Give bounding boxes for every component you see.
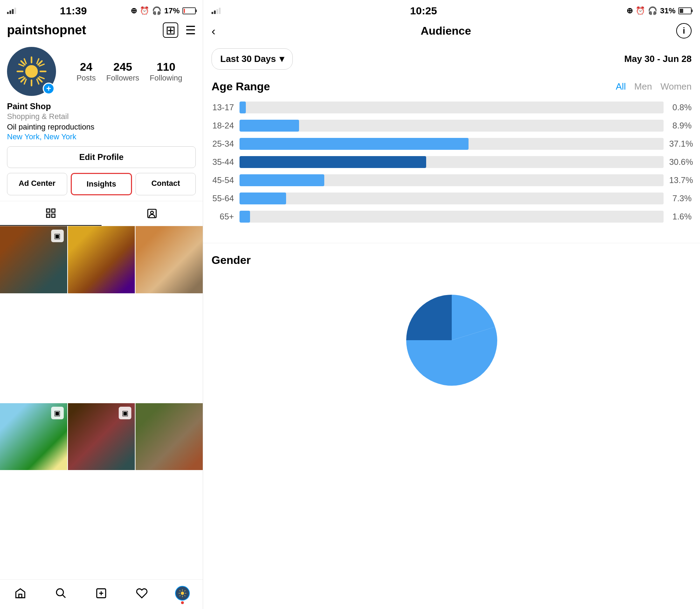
right-panel: 10:25 ⊕ ⏰ 🎧 31% ‹ Audience i Last 30 Day… xyxy=(203,0,700,609)
svg-line-9 xyxy=(24,59,26,64)
section-divider xyxy=(203,243,700,243)
svg-line-8 xyxy=(21,78,25,82)
left-panel: 11:39 ⊕ ⏰ 🎧 17% paintshopnet ⊞ ☰ xyxy=(0,0,203,609)
tagged-tab-button[interactable] xyxy=(102,201,203,226)
photo-cell-2[interactable] xyxy=(68,226,135,293)
following-label: Following xyxy=(150,74,182,82)
gender-tab-women[interactable]: Women xyxy=(660,81,692,92)
home-icon xyxy=(14,587,26,599)
reel-icon-5: ▣ xyxy=(119,407,131,419)
svg-line-37 xyxy=(180,595,181,596)
age-label-1: 18-24 xyxy=(212,121,240,131)
profile-sun-icon xyxy=(178,589,187,598)
bar-fill-5 xyxy=(240,192,286,204)
bar-track-0 xyxy=(240,102,664,113)
likes-nav-button[interactable] xyxy=(122,586,162,601)
svg-rect-19 xyxy=(47,214,50,217)
age-label-6: 65+ xyxy=(212,212,240,222)
profile-nav-button[interactable] xyxy=(162,586,203,601)
ad-center-button[interactable]: Ad Center xyxy=(7,173,67,195)
bar-fill-0 xyxy=(240,102,246,113)
bar-fill-2 xyxy=(240,138,469,150)
gender-tab-all[interactable]: All xyxy=(616,81,626,92)
search-icon xyxy=(55,587,67,599)
plus-square-icon: ⊞ xyxy=(166,23,175,37)
create-nav-button[interactable] xyxy=(81,586,122,601)
stat-followers[interactable]: 245 Followers xyxy=(106,61,139,83)
gender-tab-men[interactable]: Men xyxy=(634,81,652,92)
bar-fill-1 xyxy=(240,120,299,132)
add-photo-badge[interactable]: + xyxy=(43,83,55,94)
bar-pct-2: 37.1% xyxy=(664,139,692,149)
profile-nav-avatar xyxy=(175,586,190,601)
photo-cell-5[interactable]: ▣ xyxy=(68,403,135,470)
header-icons: ⊞ ☰ xyxy=(163,22,196,38)
bar-track-4 xyxy=(240,174,664,186)
battery-icon-left xyxy=(182,7,196,14)
menu-button[interactable]: ☰ xyxy=(185,23,196,37)
bar-pct-0: 0.8% xyxy=(664,103,692,112)
age-bar-row-25-34: 25-34 37.1% xyxy=(212,138,692,150)
followers-count: 245 xyxy=(106,61,139,74)
headphones-icon: 🎧 xyxy=(152,6,161,15)
heart-icon xyxy=(136,587,148,599)
back-button[interactable]: ‹ xyxy=(212,24,215,38)
filter-row: Last 30 Days ▾ May 30 - Jun 28 xyxy=(203,44,700,77)
photo-cell-3[interactable] xyxy=(136,226,203,293)
info-button[interactable]: i xyxy=(676,23,692,38)
new-post-button[interactable]: ⊞ xyxy=(163,22,178,38)
edit-profile-button[interactable]: Edit Profile xyxy=(7,146,196,168)
photo-grid: ▣ ▣ ▣ xyxy=(0,226,203,579)
search-nav-button[interactable] xyxy=(41,586,81,601)
svg-line-11 xyxy=(19,64,24,66)
svg-rect-17 xyxy=(47,209,50,212)
grid-tab-button[interactable] xyxy=(0,201,102,226)
profile-category: Shopping & Retail xyxy=(7,112,196,121)
photo-cell-6[interactable] xyxy=(136,403,203,470)
reel-icon-4: ▣ xyxy=(51,407,64,419)
bar-track-1 xyxy=(240,120,664,132)
stat-following[interactable]: 110 Following xyxy=(150,61,182,83)
age-bar-row-65plus: 65+ 1.6% xyxy=(212,211,692,223)
gender-tabs: All Men Women xyxy=(616,81,692,92)
bottom-nav xyxy=(0,579,203,609)
age-bar-row-45-54: 45-54 13.7% xyxy=(212,174,692,186)
plus-square-nav-icon xyxy=(95,587,107,599)
stat-posts[interactable]: 24 Posts xyxy=(76,61,96,83)
age-label-3: 35-44 xyxy=(212,157,240,167)
profile-info: Paint Shop Shopping & Retail Oil paintin… xyxy=(0,102,203,146)
svg-line-16 xyxy=(37,79,39,84)
svg-point-24 xyxy=(56,589,63,596)
home-nav-button[interactable] xyxy=(0,586,41,601)
insights-button[interactable]: Insights xyxy=(71,173,132,195)
period-selector-button[interactable]: Last 30 Days ▾ xyxy=(212,48,293,70)
photo-cell-1[interactable]: ▣ xyxy=(0,226,67,293)
signal-icon-right xyxy=(212,8,221,14)
age-bar-row-55-64: 55-64 7.3% xyxy=(212,192,692,204)
bar-pct-6: 1.6% xyxy=(664,212,692,222)
alarm-icon-right: ⏰ xyxy=(636,6,645,15)
posts-count: 24 xyxy=(76,61,96,74)
posts-label: Posts xyxy=(76,74,96,82)
profile-location[interactable]: New York, New York xyxy=(7,132,196,141)
time-right: 10:25 xyxy=(410,5,437,17)
bar-fill-3 xyxy=(240,156,426,168)
battery-icon-right xyxy=(678,7,692,14)
age-bars-container: 13-17 0.8% 18-24 8.9% 25-34 37.1% 35-44 … xyxy=(212,102,692,223)
bar-fill-4 xyxy=(240,174,324,186)
gender-section: Gender xyxy=(203,254,700,403)
location-icon-right: ⊕ xyxy=(626,6,633,15)
headphones-icon-right: 🎧 xyxy=(648,6,657,15)
contact-button[interactable]: Contact xyxy=(136,173,196,195)
period-label: Last 30 Days xyxy=(220,54,276,64)
svg-rect-18 xyxy=(51,209,55,212)
age-label-0: 13-17 xyxy=(212,103,240,112)
age-label-4: 45-54 xyxy=(212,175,240,185)
battery-pct-left: 17% xyxy=(164,6,180,15)
age-bar-row-13-17: 13-17 0.8% xyxy=(212,102,692,113)
alarm-icon: ⏰ xyxy=(140,6,149,15)
pie-chart-container xyxy=(212,277,692,403)
photo-cell-4[interactable]: ▣ xyxy=(0,403,67,470)
profile-section: + 24 Posts 245 Followers 110 Following xyxy=(0,43,203,102)
tab-icons-row xyxy=(0,201,203,226)
